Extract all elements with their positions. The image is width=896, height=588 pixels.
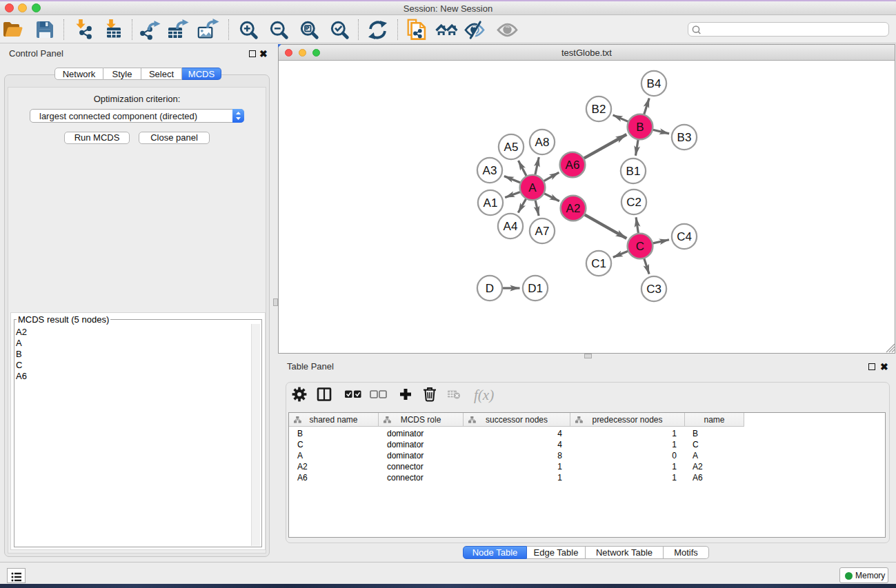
svg-text:D1: D1 <box>528 282 543 295</box>
svg-text:C: C <box>636 240 644 253</box>
svg-text:D: D <box>486 282 494 295</box>
svg-text:f(x): f(x) <box>474 387 494 403</box>
svg-text:A2: A2 <box>566 202 581 215</box>
svg-text:B4: B4 <box>647 77 661 90</box>
svg-text:A7: A7 <box>535 225 550 238</box>
svg-text:C4: C4 <box>677 230 692 243</box>
svg-text:C2: C2 <box>626 196 641 209</box>
svg-text:A1: A1 <box>484 196 498 210</box>
svg-text:A8: A8 <box>535 136 550 149</box>
svg-text:A: A <box>528 181 537 194</box>
svg-text:A3: A3 <box>483 164 497 177</box>
svg-text:B3: B3 <box>677 131 692 144</box>
svg-text:B1: B1 <box>626 165 641 178</box>
svg-text:C1: C1 <box>591 257 606 270</box>
svg-text:A6: A6 <box>566 159 580 172</box>
svg-text:A5: A5 <box>504 141 519 154</box>
svg-text:B2: B2 <box>592 103 606 116</box>
svg-text:B: B <box>636 121 644 134</box>
svg-text:C3: C3 <box>646 283 661 296</box>
svg-text:A4: A4 <box>504 220 518 233</box>
